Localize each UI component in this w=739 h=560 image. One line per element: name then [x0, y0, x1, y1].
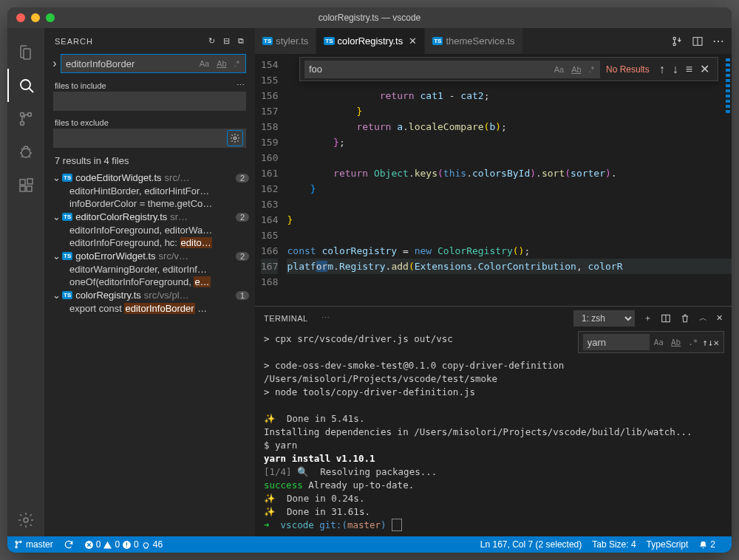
tab-styler-ts[interactable]: TSstyler.ts: [255, 28, 316, 54]
find-whole-word-icon[interactable]: Ab: [570, 65, 582, 74]
code-editor[interactable]: 1541551561571581591601611621631641651661…: [255, 54, 732, 293]
terminal-tab-label[interactable]: TERMINAL: [264, 314, 308, 323]
search-input-box[interactable]: Aa Ab .*: [61, 54, 246, 73]
svg-line-9: [29, 156, 30, 157]
chevron-down-icon[interactable]: ⌄: [50, 172, 62, 183]
close-window-button[interactable]: [16, 13, 25, 22]
find-next-icon[interactable]: ↓: [672, 63, 678, 76]
terminal-line: ✨ Done in 31.61s.: [264, 505, 723, 519]
status-language[interactable]: TypeScript: [647, 539, 689, 550]
search-result-line[interactable]: oneOf(editorInfoForeground, e…: [44, 276, 255, 288]
match-whole-word-icon[interactable]: Ab: [215, 59, 228, 68]
terminal-split-icon[interactable]: [661, 313, 671, 324]
sidebar-title: SEARCH: [55, 37, 93, 46]
editor-area[interactable]: Aa Ab .* No Results ↑ ↓ ≡ ✕ 154155156157…: [255, 54, 732, 306]
find-input-box[interactable]: Aa Ab .*: [304, 61, 600, 78]
status-indent[interactable]: Tab Size: 4: [592, 539, 636, 550]
search-result-line[interactable]: editorInfoForeground, editorWa…: [44, 224, 255, 236]
tab-colorRegistry-ts[interactable]: TScolorRegistry.ts✕: [316, 28, 425, 54]
collapse-all-icon[interactable]: ⧉: [238, 36, 245, 46]
minimap-overview[interactable]: [726, 58, 730, 115]
search-input[interactable]: [66, 58, 198, 69]
search-results-count: 7 results in 4 files: [44, 151, 255, 171]
explorer-icon[interactable]: [7, 35, 44, 69]
term-find-prev-icon[interactable]: ↑: [702, 337, 708, 348]
scm-icon[interactable]: [7, 102, 44, 135]
term-find-word-icon[interactable]: Ab: [670, 338, 682, 347]
search-details-toggle-icon[interactable]: ⋯: [236, 81, 245, 90]
term-find-regex-icon[interactable]: .*: [687, 338, 699, 347]
search-result-file[interactable]: ⌄TScodeEditorWidget.tssrc/…2: [44, 171, 255, 185]
split-editor-icon[interactable]: [692, 35, 704, 47]
terminal-line: yarn install v1.10.1: [264, 452, 723, 465]
search-results-list: ⌄TScodeEditorWidget.tssrc/…2editorHintBo…: [44, 171, 255, 315]
search-result-file[interactable]: ⌄TScolorRegistry.tssrc/vs/pl…1: [44, 288, 255, 302]
terminal-new-icon[interactable]: ＋: [644, 313, 652, 324]
search-result-line[interactable]: editorInfoForeground, hc: edito…: [44, 236, 255, 249]
svg-rect-15: [27, 179, 33, 184]
result-path: src/v…: [159, 250, 236, 262]
minimize-window-button[interactable]: [31, 13, 40, 22]
svg-point-19: [673, 43, 675, 45]
terminal-more-icon[interactable]: ⋯: [321, 313, 330, 323]
find-input[interactable]: [309, 64, 553, 75]
match-case-icon[interactable]: Aa: [198, 59, 211, 68]
chevron-down-icon[interactable]: ⌄: [50, 211, 62, 222]
search-input-row: › Aa Ab .*: [44, 54, 255, 76]
fullscreen-window-button[interactable]: [46, 13, 55, 22]
tab-label: colorRegistry.ts: [338, 35, 403, 47]
chevron-down-icon[interactable]: ⌄: [50, 250, 62, 262]
search-view-icon[interactable]: [7, 69, 44, 102]
status-selection[interactable]: Ln 167, Col 7 (2 selected): [480, 539, 582, 550]
toggle-replace-icon[interactable]: ›: [49, 57, 61, 70]
use-exclude-settings-icon[interactable]: [227, 130, 243, 146]
term-find-case-icon[interactable]: Aa: [653, 338, 665, 347]
find-in-selection-icon[interactable]: ≡: [686, 63, 692, 76]
tab-themeService-ts[interactable]: TSthemeService.ts: [425, 28, 522, 54]
status-sync[interactable]: [64, 539, 74, 550]
search-result-line[interactable]: export const editorInfoBorder …: [44, 302, 255, 315]
status-problems[interactable]: 0 0 0 46: [84, 539, 163, 550]
svg-point-17: [234, 137, 236, 140]
search-result-file[interactable]: ⌄TSeditorColorRegistry.tssr…2: [44, 210, 255, 224]
code-content[interactable]: return cat1 - cat2; } return a.localeCom…: [287, 54, 732, 293]
terminal-body[interactable]: Aa Ab .* ↑ ↓ ✕ > cpx src/vscode/driver.j…: [255, 329, 732, 536]
tab-close-icon[interactable]: ✕: [409, 35, 417, 47]
status-branch[interactable]: master: [13, 539, 53, 550]
terminal-line: $ yarn: [264, 439, 723, 452]
files-to-include-input[interactable]: [53, 92, 246, 111]
find-close-icon[interactable]: ✕: [700, 62, 709, 76]
search-result-file[interactable]: ⌄TSgotoErrorWidget.tssrc/v…2: [44, 249, 255, 263]
compare-changes-icon[interactable]: [671, 35, 683, 47]
status-notifications[interactable]: 2: [698, 539, 715, 550]
more-actions-icon[interactable]: ⋯: [712, 34, 724, 48]
search-result-line[interactable]: editorWarningBorder, editorInf…: [44, 263, 255, 276]
use-regex-icon[interactable]: .*: [233, 59, 241, 68]
term-find-next-icon[interactable]: ↓: [708, 337, 714, 348]
svg-line-8: [21, 156, 23, 157]
search-result-line[interactable]: editorHintBorder, editorHintFor…: [44, 185, 255, 197]
term-find-close-icon[interactable]: ✕: [713, 337, 719, 348]
svg-point-26: [20, 541, 21, 542]
terminal-selector[interactable]: 1: zsh: [573, 310, 635, 327]
terminal-line: > node tools/copy-driver-definition.js: [264, 386, 723, 399]
terminal-close-icon[interactable]: ✕: [716, 313, 723, 323]
terminal-find-input[interactable]: [583, 334, 650, 350]
extensions-icon[interactable]: [7, 168, 44, 202]
find-match-case-icon[interactable]: Aa: [553, 65, 565, 74]
debug-icon[interactable]: [7, 135, 44, 168]
chevron-down-icon[interactable]: ⌄: [50, 290, 62, 301]
result-filename: editorColorRegistry.ts: [75, 211, 167, 222]
terminal-kill-icon[interactable]: [680, 313, 690, 324]
find-prev-icon[interactable]: ↑: [659, 63, 665, 76]
files-to-exclude-input[interactable]: [53, 129, 246, 148]
editor-find-widget: Aa Ab .* No Results ↑ ↓ ≡ ✕: [299, 57, 718, 81]
svg-rect-31: [126, 542, 127, 545]
terminal-maximize-icon[interactable]: ︿: [699, 313, 707, 324]
find-regex-icon[interactable]: .*: [588, 65, 596, 74]
settings-gear-icon[interactable]: [7, 503, 44, 536]
refresh-icon[interactable]: ↻: [208, 36, 216, 46]
search-result-line[interactable]: infoBorderColor = theme.getCo…: [44, 197, 255, 210]
clear-search-icon[interactable]: ⊟: [223, 36, 231, 46]
terminal-line: Installing dependencies in /Users/misolo…: [264, 426, 723, 439]
